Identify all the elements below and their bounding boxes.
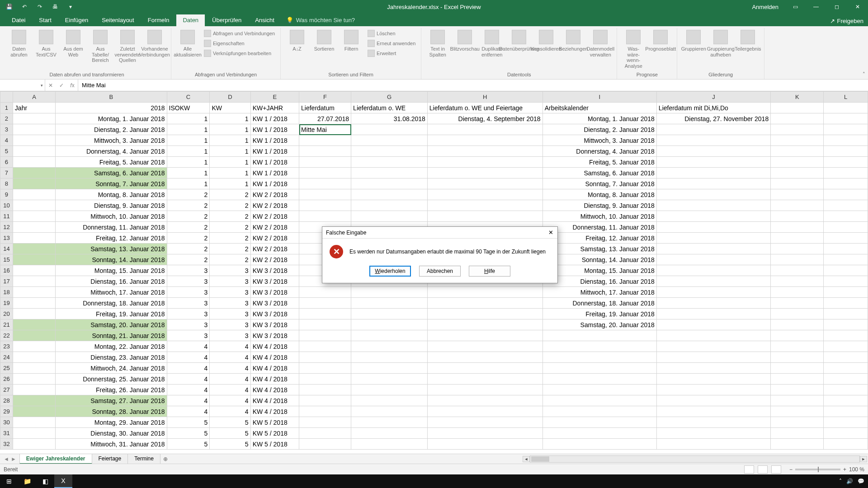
cell[interactable] [351, 341, 428, 352]
cell[interactable] [299, 374, 351, 385]
cell[interactable] [351, 363, 428, 374]
cell[interactable] [13, 200, 55, 211]
cell[interactable] [771, 178, 824, 189]
cell[interactable] [13, 244, 55, 254]
cell[interactable] [427, 189, 542, 200]
cell[interactable] [427, 385, 542, 395]
cell[interactable] [299, 135, 351, 146]
cell[interactable] [771, 113, 824, 124]
ribbon-tab-formeln[interactable]: Formeln [142, 14, 176, 26]
cell[interactable]: 3 [167, 309, 210, 319]
cell[interactable]: 4 [167, 352, 210, 363]
row-header[interactable]: 7 [0, 168, 13, 178]
row-header[interactable]: 8 [0, 178, 13, 189]
fx-icon[interactable]: fx [67, 82, 78, 89]
cell[interactable]: Freitag, 19. Januar 2018 [56, 309, 167, 319]
notifications-icon[interactable]: 💬 [858, 478, 864, 484]
cancel-button[interactable]: Abbrechen [419, 266, 461, 277]
cell[interactable] [427, 135, 542, 146]
cell[interactable] [824, 439, 868, 450]
cell[interactable]: KW 3 / 2018 [250, 330, 299, 341]
cell[interactable] [427, 352, 542, 363]
cell[interactable]: KW 5 / 2018 [250, 439, 299, 450]
cell[interactable] [351, 439, 428, 450]
cell[interactable]: Montag, 29. Januar 2018 [56, 417, 167, 428]
sort-az-button[interactable]: A↓Z [284, 29, 310, 53]
cell[interactable]: 4 [210, 406, 250, 417]
cell[interactable]: 4 [167, 363, 210, 374]
cell[interactable]: Montag, 15. Januar 2018 [56, 265, 167, 276]
cell[interactable]: 2 [210, 211, 250, 222]
ribbon-btn[interactable]: Konsolidieren [533, 29, 559, 53]
row-header[interactable]: 4 [0, 135, 13, 146]
cell[interactable]: 1 [210, 135, 250, 146]
ribbon-btn[interactable]: Blitzvorschau [452, 29, 477, 53]
cell[interactable]: 31.08.2018 [351, 113, 428, 124]
cell[interactable] [542, 417, 656, 428]
cell[interactable] [771, 124, 824, 135]
cell[interactable] [824, 103, 868, 113]
cell[interactable]: Montag, 22. Januar 2018 [56, 341, 167, 352]
cell[interactable] [824, 341, 868, 352]
cell[interactable]: KW 1 / 2018 [250, 146, 299, 157]
cell[interactable]: ISOKW [167, 103, 210, 113]
cell[interactable]: 2 [167, 244, 210, 254]
cell[interactable]: Arbeitskalender [542, 103, 656, 113]
ribbon-btn[interactable]: Teilergebnis [735, 29, 760, 53]
cell[interactable] [299, 330, 351, 341]
cell[interactable] [771, 428, 824, 439]
excel-taskbar-icon[interactable]: X [54, 474, 72, 488]
cell[interactable]: 1 [167, 124, 210, 135]
cell[interactable]: Donnerstag, 18. Januar 2018 [542, 298, 656, 309]
ribbon-btn[interactable]: Was-wäre-wenn-Analyse [621, 29, 646, 70]
horizontal-scrollbar[interactable]: ◄ ► [530, 455, 860, 463]
cell[interactable]: KW 2 / 2018 [250, 189, 299, 200]
enter-formula-icon[interactable]: ✓ [56, 82, 67, 89]
ribbon-btn[interactable]: Gruppieren [681, 29, 706, 53]
cell[interactable] [351, 200, 428, 211]
zoom-slider[interactable] [795, 469, 840, 470]
cell[interactable] [771, 244, 824, 254]
col-header-D[interactable]: D [210, 92, 250, 103]
cell[interactable] [13, 341, 55, 352]
cell[interactable] [427, 178, 542, 189]
cell[interactable]: KW [210, 103, 250, 113]
formula-input[interactable]: Mitte Mai [78, 80, 868, 91]
cell[interactable]: Samstag, 6. Januar 2018 [56, 168, 167, 178]
cell[interactable]: 1 [167, 135, 210, 146]
cell[interactable]: 3 [167, 319, 210, 330]
cell[interactable]: 5 [210, 417, 250, 428]
cell[interactable] [13, 211, 55, 222]
cell[interactable] [824, 189, 868, 200]
ribbon-tab-start[interactable]: Start [33, 14, 57, 26]
row-header[interactable]: 6 [0, 157, 13, 168]
cell[interactable]: 4 [210, 385, 250, 395]
cell[interactable] [771, 222, 824, 233]
cell[interactable] [771, 395, 824, 406]
ribbon-btn[interactable]: Daten abrufen [6, 29, 32, 58]
cell[interactable] [13, 352, 55, 363]
cell[interactable] [13, 439, 55, 450]
cell[interactable]: Jahr [13, 103, 55, 113]
cell[interactable]: 2018 [56, 103, 167, 113]
ribbon-btn[interactable]: Datenüberprüfung [506, 29, 532, 53]
cell[interactable] [656, 146, 770, 157]
cell[interactable]: KW 5 / 2018 [250, 428, 299, 439]
cell[interactable]: 5 [167, 439, 210, 450]
cell[interactable]: Lieferdatum o. WE [351, 103, 428, 113]
ribbon-tab-daten[interactable]: Daten [176, 14, 205, 26]
cell[interactable]: 2 [210, 233, 250, 244]
col-header-J[interactable]: J [656, 92, 770, 103]
cell[interactable] [299, 439, 351, 450]
help-button[interactable]: Hilfe [469, 266, 510, 277]
cell[interactable] [13, 298, 55, 309]
cell[interactable] [656, 319, 770, 330]
cell[interactable] [13, 124, 55, 135]
cell[interactable] [351, 374, 428, 385]
cell[interactable] [542, 406, 656, 417]
cell[interactable] [351, 406, 428, 417]
cell[interactable] [771, 265, 824, 276]
cell[interactable] [771, 146, 824, 157]
row-header[interactable]: 2 [0, 113, 13, 124]
ribbon-btn[interactable]: Erweitert [366, 49, 417, 58]
